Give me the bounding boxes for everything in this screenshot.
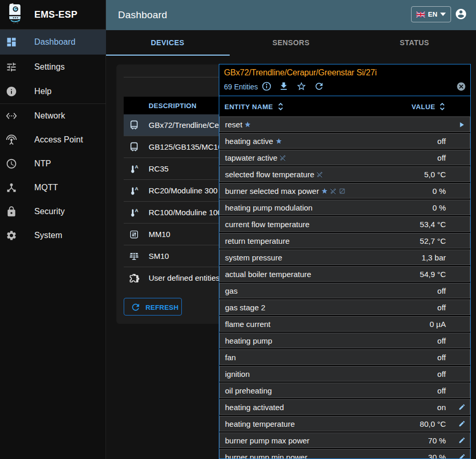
svg-text:A: A — [135, 208, 139, 213]
svg-text:A: A — [135, 186, 139, 191]
svg-text:A: A — [135, 164, 139, 169]
